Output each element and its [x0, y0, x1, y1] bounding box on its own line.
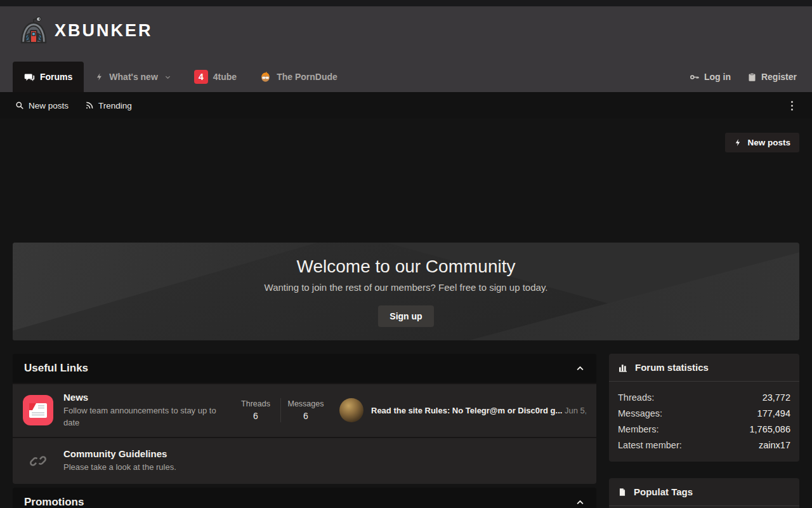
latest-member-link[interactable]: zainx17 [759, 440, 790, 450]
chevron-up-icon[interactable] [575, 364, 585, 373]
threads-count: 6 [232, 411, 279, 421]
promotions-section: Promotions [13, 488, 596, 508]
overflow-menu-icon[interactable] [787, 97, 797, 114]
subnav-new-posts-label: New posts [29, 101, 69, 110]
chevron-up-icon[interactable] [575, 498, 585, 507]
forums-icon [24, 72, 35, 83]
stat-label: Latest member: [618, 440, 682, 450]
site-header: XBUNKER Forums What's new 4 4tube [0, 6, 812, 92]
tab-whats-new-label: What's new [109, 72, 157, 82]
tab-4tube[interactable]: 4 4tube [183, 62, 248, 92]
tab-forums[interactable]: Forums [13, 62, 84, 92]
popular-tags-panel: Populat Tags [609, 478, 799, 508]
lightning-icon [95, 72, 104, 82]
node-desc-guidelines: Please take a look at the rules. [63, 462, 176, 474]
stat-label: Members: [618, 424, 658, 434]
stat-value: 23,772 [763, 392, 790, 403]
messages-count: 6 [282, 411, 329, 421]
avatar[interactable] [339, 398, 363, 422]
key-icon [689, 72, 700, 83]
stat-label: Messages: [618, 408, 662, 418]
bunker-logo-icon [19, 17, 48, 44]
node-stats: Threads 6 Messages 6 [232, 398, 329, 422]
login-link[interactable]: Log in [689, 72, 731, 83]
register-link[interactable]: Register [747, 72, 797, 83]
new-posts-button-label: New posts [747, 138, 790, 147]
porndude-icon [259, 71, 272, 83]
document-icon [618, 487, 627, 497]
login-label: Log in [704, 72, 731, 82]
latest-post-title[interactable]: Read the site Rules: No Telegr@m or Disc… [371, 406, 562, 415]
forum-statistics-panel: Forum statistics Threads: 23,772 Message… [609, 354, 799, 462]
subnav-trending[interactable]: Trending [85, 101, 132, 110]
welcome-title: Welcome to our Community [297, 257, 516, 277]
news-app-icon[interactable] [23, 395, 53, 425]
stat-row-latest-member: Latest member: zainx17 [618, 437, 790, 453]
register-label: Register [761, 72, 797, 82]
lightning-icon [734, 138, 742, 147]
sidebar: Forum statistics Threads: 23,772 Message… [609, 354, 799, 508]
latest-post: Read the site Rules: No Telegr@m or Disc… [339, 398, 586, 422]
tab-whats-new[interactable]: What's new [84, 62, 182, 92]
chain-link-icon[interactable] [23, 446, 53, 476]
welcome-subtitle: Wanting to join the rest of our members?… [265, 282, 548, 293]
new-posts-button[interactable]: New posts [725, 133, 799, 152]
subnav-new-posts[interactable]: New posts [15, 101, 69, 110]
meta-divider [280, 398, 281, 422]
page-content: New posts Welcome to our Community Wanti… [0, 119, 812, 508]
tab-porndude[interactable]: The PornDude [248, 62, 349, 92]
node-desc-news: Follow team announcements to stay up to … [63, 405, 219, 429]
brand-title: XBUNKER [55, 21, 153, 41]
forum-node-news: News Follow team announcements to stay u… [13, 383, 596, 437]
forum-node-guidelines: Community Guidelines Please take a look … [13, 437, 596, 484]
chevron-down-icon [164, 74, 171, 81]
latest-post-meta: Jun 5, 2024 · ... [565, 406, 586, 415]
stat-row-threads: Threads: 23,772 [618, 389, 790, 405]
rss-icon [85, 101, 94, 110]
sub-nav: New posts Trending [0, 92, 812, 119]
auth-links: Log in Register [689, 62, 797, 92]
clipboard-icon [747, 72, 757, 83]
search-icon [15, 101, 24, 110]
brand-logo[interactable]: XBUNKER [19, 17, 153, 44]
useful-links-title: Useful Links [24, 362, 88, 375]
promotions-title: Promotions [24, 496, 84, 508]
forum-statistics-title: Forum statistics [635, 362, 709, 373]
node-title-news[interactable]: News [63, 392, 219, 403]
stat-row-members: Members: 1,765,086 [618, 421, 790, 437]
top-strip [0, 0, 812, 6]
welcome-banner: Welcome to our Community Wanting to join… [13, 243, 799, 340]
sign-up-button[interactable]: Sign up [378, 305, 433, 327]
4tube-badge-icon: 4 [194, 70, 208, 84]
tab-forums-label: Forums [40, 72, 72, 82]
subnav-trending-label: Trending [98, 101, 132, 110]
threads-label: Threads [232, 399, 279, 408]
stat-value: 1,765,086 [749, 424, 790, 434]
node-title-guidelines[interactable]: Community Guidelines [63, 448, 176, 459]
promotions-header[interactable]: Promotions [13, 488, 596, 508]
stat-value: 177,494 [757, 408, 790, 418]
tab-porndude-label: The PornDude [277, 72, 337, 82]
popular-tags-title: Populat Tags [634, 486, 693, 497]
stat-row-messages: Messages: 177,494 [618, 405, 790, 421]
stat-label: Threads: [618, 392, 654, 403]
tab-4tube-label: 4tube [213, 72, 237, 82]
bar-chart-icon [618, 363, 628, 373]
useful-links-section: Useful Links [13, 354, 596, 484]
messages-label: Messages [282, 399, 329, 408]
useful-links-header[interactable]: Useful Links [13, 354, 596, 383]
